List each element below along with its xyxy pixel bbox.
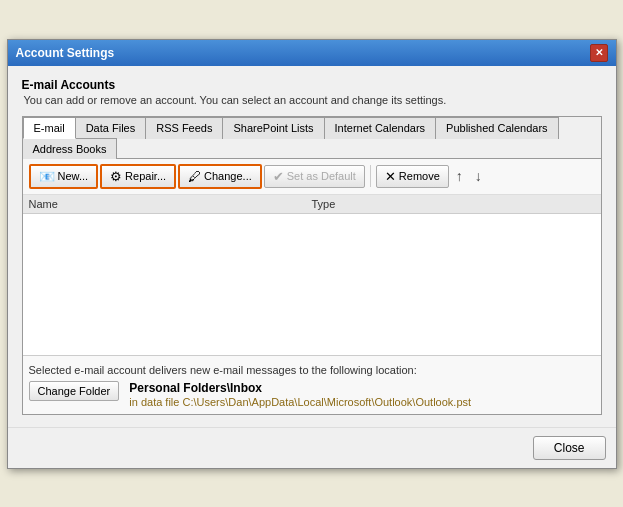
account-settings-window: Account Settings ✕ E-mail Accounts You c… xyxy=(7,39,617,469)
table-header: Name Type xyxy=(23,195,601,214)
remove-button[interactable]: ✕ Remove xyxy=(376,165,449,188)
folder-path: in data file C:\Users\Dan\AppData\Local\… xyxy=(129,396,471,408)
repair-button[interactable]: ⚙ Repair... xyxy=(100,164,176,189)
table-area: Name Type xyxy=(23,195,601,355)
new-icon: 📧 xyxy=(39,169,55,184)
remove-icon: ✕ xyxy=(385,169,396,184)
col-type-header: Type xyxy=(312,198,595,210)
change-button[interactable]: 🖊 Change... xyxy=(178,164,262,189)
tabs-container: E-mail Data Files RSS Feeds SharePoint L… xyxy=(22,116,602,415)
down-arrow-icon: ↓ xyxy=(475,168,482,184)
section-title: E-mail Accounts xyxy=(22,78,602,92)
change-icon: 🖊 xyxy=(188,169,201,184)
table-body xyxy=(23,214,601,344)
close-window-button[interactable]: ✕ xyxy=(590,44,608,62)
close-button[interactable]: Close xyxy=(533,436,606,460)
repair-icon: ⚙ xyxy=(110,169,122,184)
new-button[interactable]: 📧 New... xyxy=(29,164,99,189)
col-name-header: Name xyxy=(29,198,312,210)
title-bar: Account Settings ✕ xyxy=(8,40,616,66)
toolbar-separator xyxy=(370,165,371,187)
up-arrow-icon: ↑ xyxy=(456,168,463,184)
tab-bar: E-mail Data Files RSS Feeds SharePoint L… xyxy=(23,117,601,159)
bottom-row: Change Folder Personal Folders\Inbox in … xyxy=(29,381,595,408)
footer: Close xyxy=(8,427,616,468)
tab-published-calendars[interactable]: Published Calendars xyxy=(435,117,559,139)
tab-sharepoint-lists[interactable]: SharePoint Lists xyxy=(222,117,324,139)
tab-rss-feeds[interactable]: RSS Feeds xyxy=(145,117,223,139)
set-default-button[interactable]: ✔ Set as Default xyxy=(264,165,365,188)
bottom-section: Selected e-mail account delivers new e-m… xyxy=(23,355,601,414)
bottom-description: Selected e-mail account delivers new e-m… xyxy=(29,364,595,376)
set-default-icon: ✔ xyxy=(273,169,284,184)
window-title: Account Settings xyxy=(16,46,115,60)
tab-data-files[interactable]: Data Files xyxy=(75,117,147,139)
tab-email[interactable]: E-mail xyxy=(23,117,76,139)
change-folder-button[interactable]: Change Folder xyxy=(29,381,120,401)
window-body: E-mail Accounts You can add or remove an… xyxy=(8,66,616,427)
folder-info: Personal Folders\Inbox in data file C:\U… xyxy=(129,381,471,408)
tab-address-books[interactable]: Address Books xyxy=(22,138,118,159)
section-description: You can add or remove an account. You ca… xyxy=(22,94,602,106)
folder-name: Personal Folders\Inbox xyxy=(129,381,471,395)
toolbar: 📧 New... ⚙ Repair... 🖊 Change... ✔ Set a… xyxy=(23,159,601,195)
move-down-button[interactable]: ↓ xyxy=(470,165,487,187)
move-up-button[interactable]: ↑ xyxy=(451,165,468,187)
tab-internet-calendars[interactable]: Internet Calendars xyxy=(324,117,437,139)
